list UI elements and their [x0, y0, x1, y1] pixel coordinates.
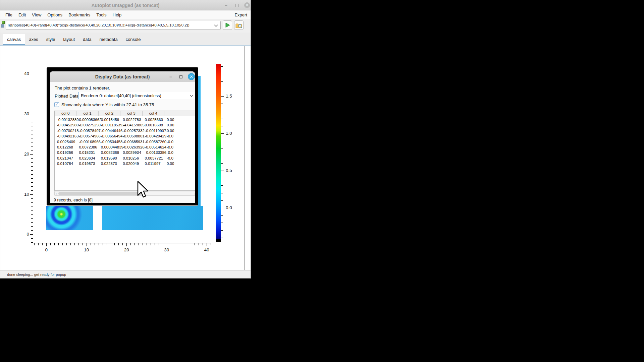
table-cell[interactable]: -0.00133386...: [143, 150, 164, 155]
column-header[interactable]: col 3: [120, 111, 142, 116]
table-cell[interactable]: -0.00452980...: [55, 122, 76, 128]
table-cell[interactable]: 0.0022783: [120, 117, 142, 122]
table-cell[interactable]: 0.0015459: [99, 117, 120, 122]
table-cell[interactable]: 0.010256: [120, 156, 142, 161]
table-cell[interactable]: 0.021047: [55, 156, 76, 161]
plotted-data-select[interactable]: Renderer 0: dataset[40,40] (dimensionles…: [78, 92, 195, 99]
table-cell[interactable]: -0.00168966...: [76, 139, 98, 144]
tab-bar: canvasaxesstylelayoutdatametadataconsole: [0, 33, 251, 46]
table-cell[interactable]: 0.0025409: [55, 139, 76, 144]
window-maximize-button[interactable]: [234, 2, 240, 9]
inspect-file-button[interactable]: [234, 20, 244, 30]
column-header[interactable]: [164, 111, 186, 116]
table-cell[interactable]: 0.020049: [120, 161, 142, 166]
table-cell[interactable]: -0.00685931...: [120, 139, 142, 144]
table-cell[interactable]: 0.019573: [76, 161, 98, 166]
dialog-maximize-button[interactable]: [177, 73, 184, 80]
menu-tools[interactable]: Tools: [93, 11, 109, 19]
tab-console[interactable]: console: [122, 34, 145, 45]
tick-mark: [221, 148, 223, 148]
table-cell[interactable]: 0.0029934: [120, 150, 142, 155]
table-cell[interactable]: 0.023634: [76, 156, 98, 161]
table-cell[interactable]: -0.0: [164, 139, 186, 144]
table-cell[interactable]: -0.0: [164, 150, 186, 155]
data-table[interactable]: col 0col 1col 2col 3col 4-0.00132880...0…: [54, 111, 195, 191]
table-cell[interactable]: 0.022373: [99, 161, 120, 166]
axis-tick-label: 40: [202, 247, 212, 252]
table-cell[interactable]: -0.00118539...: [99, 122, 120, 128]
table-cell[interactable]: 0.015201: [76, 150, 98, 155]
menu-options[interactable]: Options: [44, 11, 65, 19]
menu-edit[interactable]: Edit: [15, 11, 29, 19]
window-close-button[interactable]: ✕: [244, 2, 250, 8]
table-cell[interactable]: -0.00263926...: [120, 144, 142, 150]
table-cell[interactable]: 0.00: [164, 161, 186, 166]
table-cell[interactable]: 0.0072386: [76, 144, 98, 150]
table-cell[interactable]: -0.00514624...: [143, 144, 164, 150]
table-cell[interactable]: -0.00534458...: [99, 139, 120, 144]
scroll-right-icon[interactable]: ›: [194, 191, 195, 196]
table-cell[interactable]: 0.010784: [55, 161, 76, 166]
table-cell[interactable]: -0.00700218...: [55, 128, 76, 133]
table-cell[interactable]: 0.019256: [55, 150, 76, 155]
tick-mark: [91, 243, 91, 245]
table-cell[interactable]: -0.00656494...: [99, 133, 120, 139]
tab-style[interactable]: style: [42, 34, 59, 45]
tab-data[interactable]: data: [79, 34, 95, 45]
uri-text[interactable]: l)&ripples(40,40)+rand(40,40)*(exp(-dist…: [8, 23, 210, 27]
menu-help[interactable]: Help: [110, 11, 125, 19]
table-cell[interactable]: 0.00: [164, 122, 186, 128]
scrollbar-thumb[interactable]: [58, 192, 142, 195]
table-cell[interactable]: 0.000044839: [99, 144, 120, 150]
menu-bookmarks[interactable]: Bookmarks: [65, 11, 93, 19]
table-cell[interactable]: 0.0037721: [143, 156, 164, 161]
table-cell[interactable]: 0.000083662: [76, 117, 98, 122]
table-cell[interactable]: -0.00119907...: [143, 128, 164, 133]
dialog-close-button[interactable]: ✕: [188, 73, 195, 80]
table-cell[interactable]: 0.011997: [143, 161, 164, 166]
table-cell[interactable]: 0.0082369: [99, 150, 120, 155]
scroll-left-icon[interactable]: ‹: [56, 191, 57, 196]
table-cell[interactable]: 0.0016608: [143, 122, 164, 128]
table-cell[interactable]: -0.0: [164, 133, 186, 139]
column-header[interactable]: col 1: [76, 111, 98, 116]
uri-input[interactable]: l)&ripples(40,40)+rand(40,40)*(exp(-dist…: [6, 21, 221, 30]
tab-canvas[interactable]: canvas: [3, 34, 25, 45]
table-cell[interactable]: -0.0: [164, 144, 186, 150]
table-cell[interactable]: 0.012268: [55, 144, 76, 150]
filter-checkbox[interactable]: ✓: [54, 102, 59, 107]
column-header[interactable]: col 4: [143, 111, 164, 116]
records-count-text: 9 records, each is [8]: [54, 198, 93, 202]
table-cell[interactable]: 0.00: [164, 128, 186, 133]
table-cell[interactable]: 0.019590: [99, 156, 120, 161]
table-cell[interactable]: -4.04159805...: [120, 122, 142, 128]
table-cell[interactable]: 0.00: [164, 117, 186, 122]
table-horizontal-scrollbar[interactable]: ‹ ›: [54, 191, 195, 196]
column-header[interactable]: col 2: [99, 111, 120, 116]
expert-mode-toggle[interactable]: Expert: [233, 11, 249, 19]
table-cell[interactable]: -0.00598801...: [120, 133, 142, 139]
tab-axes[interactable]: axes: [25, 34, 42, 45]
dialog-titlebar[interactable]: Display Data (as tomcat) – ✕: [50, 71, 195, 82]
tab-metadata[interactable]: metadata: [95, 34, 121, 45]
table-cell[interactable]: -0.00132880...: [55, 117, 76, 122]
table-cell[interactable]: -0.00446446...: [99, 128, 120, 133]
table-cell[interactable]: -0.00492163...: [55, 133, 76, 139]
plot-canvas[interactable]: 0102030400102030401.51.00.50.0 Display D…: [0, 46, 251, 270]
go-plot-button[interactable]: [223, 20, 232, 30]
uri-dropdown-button[interactable]: [211, 21, 220, 29]
column-header[interactable]: col 0: [55, 111, 76, 116]
table-cell[interactable]: -0.0: [164, 156, 186, 161]
menu-view[interactable]: View: [29, 11, 44, 19]
tab-layout[interactable]: layout: [59, 34, 79, 45]
table-cell[interactable]: 0.0025660: [143, 117, 164, 122]
menu-file[interactable]: File: [2, 11, 15, 19]
table-cell[interactable]: -0.00257332...: [120, 128, 142, 133]
table-cell[interactable]: -0.00429429...: [143, 133, 164, 139]
table-cell[interactable]: -0.00578497...: [76, 128, 98, 133]
table-cell[interactable]: -0.00275250...: [76, 122, 98, 128]
table-cell[interactable]: -0.00587260...: [143, 139, 164, 144]
dialog-minimize-button[interactable]: –: [167, 73, 174, 80]
table-cell[interactable]: -0.00574966...: [76, 133, 98, 139]
window-minimize-button[interactable]: –: [223, 2, 229, 9]
